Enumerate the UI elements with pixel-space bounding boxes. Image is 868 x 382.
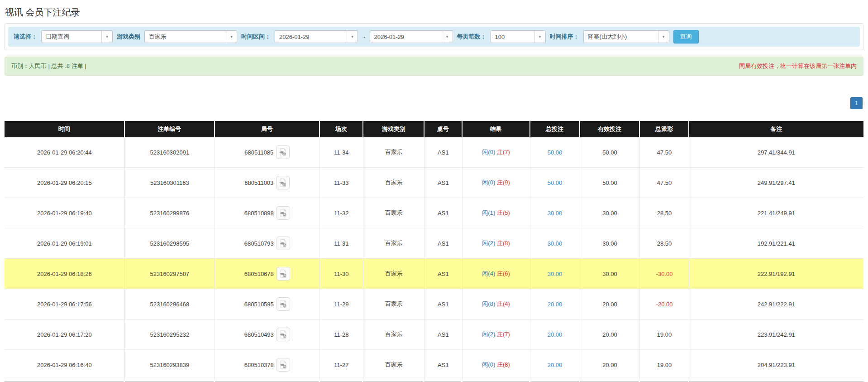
payout-value: 47.50	[657, 149, 672, 156]
round-number: 680510898	[244, 210, 274, 217]
per-page-value[interactable]	[491, 31, 534, 43]
sort-value[interactable]	[584, 31, 658, 43]
payout-value: 28.50	[657, 240, 672, 247]
search-button[interactable]: 查询	[673, 30, 699, 44]
date-to-value[interactable]	[370, 31, 442, 43]
total-bet-link[interactable]: 50.00	[548, 149, 563, 156]
result-player: 闲(4)	[482, 270, 495, 277]
video-replay-button[interactable]	[276, 176, 290, 189]
cell-total-bet: 20.00	[530, 319, 580, 350]
date-from-select[interactable]: ▾	[275, 30, 358, 43]
round-number: 680510378	[244, 362, 274, 368]
result-banker: 庄(7)	[497, 149, 510, 155]
cell-valid-bet: 30.00	[580, 228, 640, 259]
payout-value: 28.50	[657, 210, 672, 217]
total-bet-link[interactable]: 50.00	[548, 179, 563, 186]
cell-note: 192.91/221.41	[689, 228, 863, 259]
column-header-1: 注单编号	[125, 121, 215, 137]
page-content: 视讯 会员下注纪录 请选择： ▾ 游戏类别 ▾ 时间区间： ▾ ~ ▾	[0, 0, 868, 382]
summary-count: 8	[125, 380, 215, 382]
cell-table-number: AS1	[424, 259, 463, 289]
date-from-value[interactable]	[275, 31, 347, 43]
table-row: 2026-01-29 06:16:40523160293839680510378…	[5, 350, 863, 380]
cell-payout: 28.50	[640, 198, 689, 228]
cell-total-bet: 30.00	[530, 198, 580, 228]
video-replay-button[interactable]	[277, 267, 290, 280]
total-bet-link[interactable]: 30.00	[548, 271, 563, 277]
total-bet-link[interactable]: 20.00	[548, 331, 563, 338]
round-number: 680510793	[244, 240, 274, 247]
cell-total-bet: 20.00	[530, 350, 580, 380]
chevron-down-icon[interactable]: ▾	[442, 31, 453, 43]
cell-bet-number: 523160299876	[125, 198, 215, 228]
date-to-select[interactable]: ▾	[370, 30, 453, 43]
result-banker: 庄(8)	[497, 361, 510, 368]
column-header-6: 结果	[463, 121, 530, 137]
cell-session: 11-33	[320, 168, 364, 198]
valid-bet-notice-text: 同局有效投注，统一计算在该局第一张注单内	[739, 62, 857, 70]
column-header-2: 局号	[215, 121, 320, 137]
cell-time: 2026-01-29 06:20:15	[5, 168, 125, 198]
chevron-down-icon[interactable]: ▾	[534, 31, 545, 43]
cell-time: 2026-01-29 06:16:40	[5, 350, 125, 380]
video-replay-button[interactable]	[277, 328, 290, 341]
total-bet-link[interactable]: 20.00	[548, 362, 563, 368]
result-player: 闲(0)	[482, 179, 495, 186]
total-bet-link[interactable]: 30.00	[548, 240, 563, 247]
cell-note: 242.91/222.91	[689, 289, 863, 319]
cell-result: 闲(4) 庄(6)	[463, 259, 530, 289]
result-player: 闲(2)	[482, 331, 495, 338]
game-type-value[interactable]	[145, 31, 226, 43]
game-type-label: 游戏类别	[117, 33, 140, 41]
video-replay-button[interactable]	[277, 358, 290, 372]
chevron-down-icon[interactable]: ▾	[658, 31, 669, 43]
chevron-down-icon[interactable]: ▾	[101, 31, 112, 43]
cell-round-number: 680511085	[215, 137, 320, 168]
result-banker: 庄(4)	[497, 300, 510, 307]
payout-value: 19.00	[657, 362, 672, 368]
payout-value: 47.50	[657, 179, 672, 186]
video-replay-button[interactable]	[276, 145, 290, 159]
chevron-down-icon[interactable]: ▾	[226, 31, 237, 43]
cell-table-number: AS1	[424, 137, 463, 168]
total-bet-link[interactable]: 20.00	[548, 301, 563, 308]
cell-session: 11-34	[320, 137, 364, 168]
video-replay-button[interactable]	[277, 206, 290, 220]
video-replay-icon	[279, 239, 288, 248]
chevron-down-icon[interactable]: ▾	[347, 31, 358, 43]
cell-result: 闲(2) 庄(7)	[463, 319, 530, 350]
cell-total-bet: 30.00	[530, 259, 580, 289]
video-replay-icon	[279, 300, 288, 309]
result-banker: 庄(5)	[497, 209, 510, 216]
summary-payout: 140.00	[640, 380, 689, 382]
cell-total-bet: 20.00	[530, 289, 580, 319]
table-body: 2026-01-29 06:20:44523160302091680511085…	[5, 137, 863, 380]
payout-value: 19.00	[657, 331, 672, 338]
range-tilde: ~	[362, 34, 366, 40]
video-replay-button[interactable]	[277, 237, 290, 250]
cell-table-number: AS1	[424, 168, 463, 198]
query-type-label: 请选择：	[14, 33, 37, 41]
cell-valid-bet: 30.00	[580, 259, 640, 289]
table-row: 2026-01-29 06:18:26523160297507680510678…	[5, 259, 863, 289]
header-row: 时间注单编号局号场次游戏类别桌号结果总投注有效投注总派彩备注	[5, 121, 863, 137]
column-header-0: 时间	[5, 121, 125, 137]
page-1-button[interactable]: 1	[850, 97, 863, 109]
game-type-select[interactable]: ▾	[144, 30, 237, 43]
cell-game-type: 百家乐	[363, 198, 424, 228]
query-type-value[interactable]	[42, 31, 101, 43]
cell-session: 11-29	[320, 289, 364, 319]
cell-round-number: 680510678	[215, 259, 320, 289]
round-number: 680510493	[244, 331, 274, 338]
per-page-select[interactable]: ▾	[491, 30, 546, 43]
result-player: 闲(0)	[482, 149, 495, 155]
total-bet-link[interactable]: 30.00	[548, 210, 563, 217]
cell-round-number: 680510493	[215, 319, 320, 350]
cell-note: 223.91/242.91	[689, 319, 863, 350]
cell-session: 11-30	[320, 259, 364, 289]
table-foot: 小计8250.00250.00140.00总计8250.00250.00140.…	[5, 380, 863, 382]
video-replay-button[interactable]	[277, 297, 290, 311]
cell-note: 297.41/344.91	[689, 137, 863, 168]
query-type-select[interactable]: ▾	[41, 30, 113, 43]
sort-select[interactable]: ▾	[583, 30, 669, 43]
